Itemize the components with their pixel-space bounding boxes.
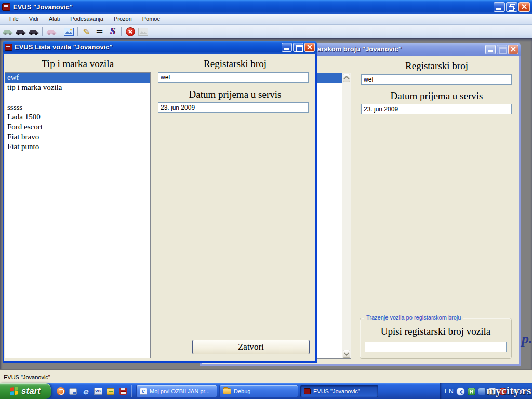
language-indicator[interactable]: EN bbox=[445, 388, 454, 395]
maximize-button[interactable] bbox=[293, 43, 303, 52]
evus-app-icon bbox=[304, 388, 311, 394]
menu-item-prozori[interactable]: Prozori bbox=[109, 14, 137, 24]
visual-basic-icon[interactable]: VB bbox=[94, 387, 102, 396]
search-groupbox: Trazenje vozila po registarskom broju Up… bbox=[360, 318, 512, 359]
toolbar: ✎ = S bbox=[0, 25, 532, 38]
messenger-blue-icon[interactable] bbox=[478, 388, 486, 395]
signature-pen-icon[interactable]: ✎ bbox=[81, 26, 92, 37]
list-scrollbar[interactable] bbox=[342, 73, 351, 358]
minimize-button[interactable] bbox=[485, 45, 496, 54]
picture-disabled-icon[interactable] bbox=[137, 26, 149, 37]
taskbar: start e VB e Moj prvi OZBILJAN pr... Deb… bbox=[0, 383, 532, 399]
windows-flag-icon bbox=[10, 387, 19, 396]
torrent-green-icon[interactable] bbox=[468, 388, 475, 395]
main-titlebar[interactable]: EVUS "Jovanovic" bbox=[0, 0, 532, 14]
car-dark2-icon[interactable] bbox=[28, 26, 39, 37]
datum-input[interactable] bbox=[158, 102, 309, 113]
menubar: File Vidi Alati Podesavanja Prozori Pomo… bbox=[0, 14, 532, 25]
datum-label: Datum prijema u servis bbox=[357, 90, 516, 102]
list-window-controls bbox=[282, 43, 315, 52]
close-button[interactable] bbox=[304, 43, 315, 52]
maximize-button[interactable] bbox=[497, 45, 507, 54]
search-window-title: arskom broju "Jovanovic" bbox=[317, 45, 402, 53]
menu-item-vidi[interactable]: Vidi bbox=[24, 14, 44, 24]
orange-swirl-icon[interactable] bbox=[56, 387, 65, 396]
list-window-body: Tip i marka vozila ewf tip i marka vozil… bbox=[3, 54, 317, 363]
status-text: EVUS "Jovanovic" bbox=[4, 374, 50, 380]
search-window-controls bbox=[485, 45, 518, 54]
list-item[interactable]: Fiat bravo bbox=[5, 132, 150, 142]
reg-broj-label: Registarski broj bbox=[357, 60, 516, 72]
scroll-up-button[interactable] bbox=[343, 74, 350, 82]
statusbar: EVUS "Jovanovic" bbox=[0, 370, 532, 383]
search-reg-input[interactable] bbox=[365, 342, 507, 352]
tray-chevron-icon[interactable] bbox=[456, 387, 465, 396]
picture-icon[interactable] bbox=[63, 26, 75, 37]
menu-item-file[interactable]: File bbox=[4, 14, 24, 24]
zatvori-button[interactable]: Zatvori bbox=[192, 340, 310, 354]
task-button-moj-prvi[interactable]: e Moj prvi OZBILJAN pr... bbox=[136, 385, 217, 397]
toolbar-separator bbox=[121, 27, 122, 36]
reg-broj-input[interactable] bbox=[158, 72, 309, 83]
car-green-icon[interactable] bbox=[2, 26, 14, 37]
list-item[interactable]: Lada 1500 bbox=[5, 112, 150, 122]
dollar-s-icon[interactable]: S bbox=[107, 26, 118, 37]
internet-explorer-icon[interactable]: e bbox=[81, 387, 90, 396]
task-button-evus[interactable]: EVUS "Jovanovic" bbox=[300, 385, 378, 397]
menu-item-pomoc[interactable]: Pomoc bbox=[137, 14, 165, 24]
task-button-debug[interactable]: Debug bbox=[219, 385, 298, 397]
datum-label: Datum prijema u servis bbox=[155, 89, 315, 100]
list-item[interactable]: Fiat punto bbox=[5, 142, 150, 152]
list-item[interactable]: tip i marka vozila bbox=[5, 83, 150, 92]
list-item[interactable]: sssss bbox=[5, 102, 150, 112]
start-button[interactable]: start bbox=[0, 383, 51, 399]
car-dark-icon[interactable] bbox=[15, 26, 26, 37]
main-window-title: EVUS "Jovanovic" bbox=[13, 3, 73, 11]
menu-item-alati[interactable]: Alati bbox=[44, 14, 65, 24]
menu-item-podesavanja[interactable]: Podesavanja bbox=[65, 14, 109, 24]
watermark-text: mycity.rs bbox=[486, 384, 531, 397]
list-window: EVUS Lista vozila "Jovanovic" Tip i mark… bbox=[3, 41, 317, 363]
folder-icon bbox=[223, 388, 231, 394]
list-window-title: EVUS Lista vozila "Jovanovic" bbox=[15, 43, 113, 51]
list-item[interactable] bbox=[5, 92, 150, 102]
desktop-screen: EVUS "Jovanovic" File Vidi Alati Podesav… bbox=[0, 0, 532, 399]
watermark-fragment: p. bbox=[522, 330, 532, 347]
start-label: start bbox=[21, 386, 41, 396]
minimize-button[interactable] bbox=[282, 43, 292, 52]
list-header: Tip i marka vozila bbox=[4, 58, 151, 70]
mdi-area: arskom broju "Jovanovic" Regista bbox=[0, 38, 532, 370]
list-window-titlebar[interactable]: EVUS Lista vozila "Jovanovic" bbox=[3, 41, 317, 54]
taskbar-divider bbox=[131, 385, 132, 397]
app-icon bbox=[2, 3, 10, 11]
upisi-label: Upisi registarski broj vozila bbox=[360, 326, 511, 337]
equals-icon[interactable]: = bbox=[94, 26, 105, 37]
window-icon bbox=[5, 44, 12, 51]
datum-input[interactable] bbox=[361, 104, 512, 114]
close-button[interactable] bbox=[508, 45, 518, 54]
close-button[interactable] bbox=[518, 2, 530, 12]
yellow-tool-icon[interactable] bbox=[106, 387, 115, 396]
vehicle-list[interactable]: ewf tip i marka vozila sssss Lada 1500 F… bbox=[5, 72, 151, 358]
system-tray: EN 14:00 mycity.rs bbox=[440, 383, 532, 399]
reg-broj-label: Registarski broj bbox=[155, 58, 315, 70]
main-window-controls bbox=[494, 2, 530, 12]
floppy-save-icon[interactable] bbox=[118, 387, 127, 396]
reg-broj-input[interactable] bbox=[361, 74, 512, 85]
toolbar-separator bbox=[60, 27, 60, 36]
scroll-down-button[interactable] bbox=[343, 350, 350, 358]
minimize-button[interactable] bbox=[494, 2, 505, 12]
search-group-caption: Trazenje vozila po registarskom broju bbox=[364, 314, 463, 321]
list-item[interactable]: ewf bbox=[5, 73, 150, 83]
toolbar-separator bbox=[77, 27, 78, 36]
quick-launch-bar: e VB bbox=[51, 387, 131, 396]
delete-red-icon[interactable] bbox=[124, 26, 136, 37]
show-desktop-icon[interactable] bbox=[69, 387, 77, 396]
restore-button[interactable] bbox=[506, 2, 517, 12]
car-pink-icon[interactable] bbox=[45, 26, 57, 37]
toolbar-separator bbox=[42, 27, 43, 36]
list-item[interactable]: Ford escort bbox=[5, 122, 150, 132]
document-icon: e bbox=[140, 388, 147, 395]
